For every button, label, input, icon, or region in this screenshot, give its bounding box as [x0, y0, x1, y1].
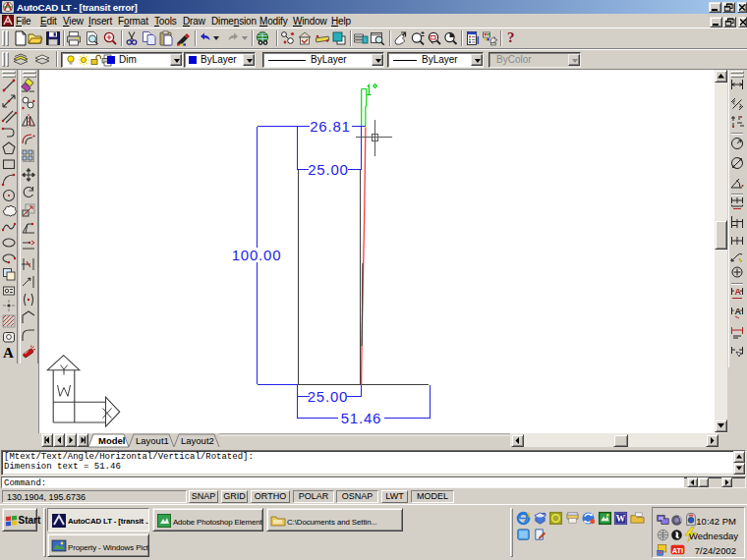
svg-text:Model: Model — [98, 435, 125, 446]
svg-text:W: W — [616, 514, 626, 524]
svg-text:26.81: 26.81 — [310, 118, 351, 135]
svg-text:25.00: 25.00 — [308, 161, 349, 178]
svg-text:A: A — [735, 287, 742, 297]
svg-text:100.00: 100.00 — [232, 247, 282, 263]
svg-text:51.46: 51.46 — [341, 410, 382, 426]
svg-text:A: A — [735, 307, 742, 316]
svg-text:ATI: ATI — [672, 546, 683, 555]
svg-text:25.00: 25.00 — [308, 388, 349, 405]
svg-text:Layout1: Layout1 — [136, 435, 169, 446]
svg-text:Layout2: Layout2 — [181, 435, 214, 446]
